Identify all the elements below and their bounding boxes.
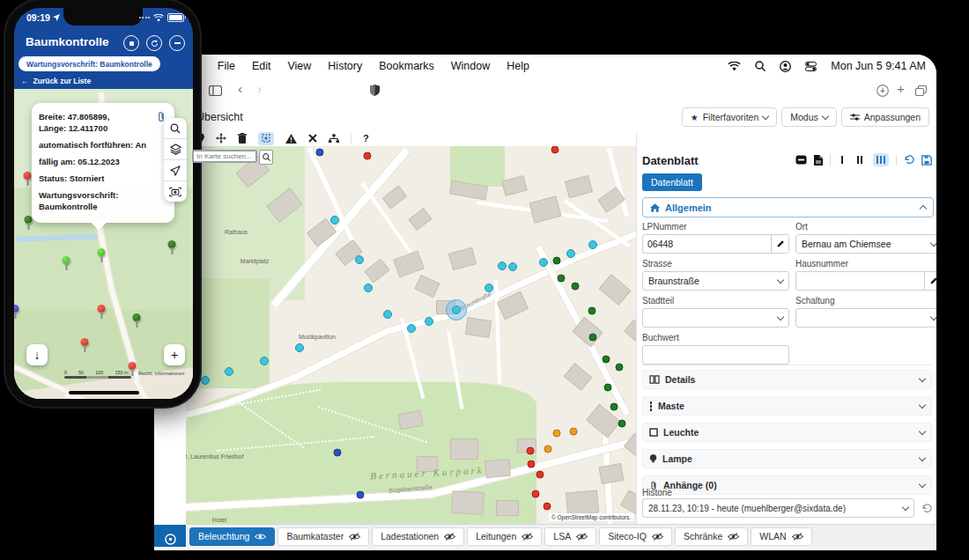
layout-1col-icon[interactable] — [838, 153, 847, 166]
tree-pin-red[interactable] — [129, 362, 137, 370]
map-marker-tree[interactable] — [616, 364, 624, 372]
lpnummer-input[interactable] — [643, 239, 771, 249]
collapse-panel-icon[interactable] — [795, 155, 807, 165]
accordion-leuchte[interactable]: Leuchte — [642, 423, 932, 442]
map-marker-cyan[interactable] — [260, 357, 269, 365]
layout-2col-icon[interactable] — [854, 153, 866, 166]
historie-select[interactable]: 28.11.23, 10:19 - heute (muehlberger@six… — [642, 498, 914, 518]
report-document-icon[interactable] — [814, 155, 823, 166]
edit-pencil-icon[interactable] — [924, 272, 936, 290]
stop-circle-icon[interactable] — [123, 35, 139, 51]
capture-icon[interactable] — [164, 181, 187, 202]
map-marker-tree[interactable] — [603, 356, 610, 364]
tree-pin-red[interactable] — [81, 338, 89, 346]
tab-overview-icon[interactable] — [915, 85, 927, 97]
modus-button[interactable]: Modus — [781, 107, 837, 127]
save-icon[interactable] — [921, 155, 932, 166]
menu-view[interactable]: View — [287, 60, 311, 72]
home-indicator[interactable] — [69, 391, 139, 395]
map-marker-cyan[interactable] — [539, 258, 548, 267]
map-marker-tree[interactable] — [553, 257, 561, 265]
legal-link[interactable]: Rechtl. Informationen — [138, 371, 184, 376]
map-marker-orange[interactable] — [544, 446, 552, 453]
download-list-button[interactable]: ↓ — [26, 344, 48, 365]
map-marker-cyan[interactable] — [225, 367, 233, 376]
map-marker-cyan[interactable] — [588, 240, 597, 249]
layout-3col-icon[interactable] — [873, 153, 889, 166]
map-marker-red[interactable] — [536, 471, 544, 479]
tree-pin-red[interactable] — [24, 172, 32, 180]
map-marker-cyan[interactable] — [295, 343, 304, 352]
buchwert-input[interactable] — [643, 350, 788, 360]
spotlight-search-icon[interactable] — [755, 61, 766, 71]
sitemap-tool-icon[interactable] — [329, 134, 339, 144]
select-region-icon[interactable] — [258, 132, 274, 145]
map-marker-red[interactable] — [364, 152, 372, 160]
move-tool-icon[interactable] — [216, 133, 226, 144]
tab-ladestationen[interactable]: Ladestationen — [372, 527, 464, 546]
menubar-clock[interactable]: Mon Jun 5 9:41 AM — [831, 60, 926, 72]
tree-pin-red[interactable] — [98, 305, 106, 313]
download-icon[interactable] — [877, 85, 889, 97]
map-marker-tree[interactable] — [589, 334, 597, 342]
help-button[interactable]: ? — [363, 133, 369, 144]
phone-map[interactable]: Breite: 47.805899, Länge: 12.411700 auto… — [14, 89, 193, 399]
map-marker-blue[interactable] — [316, 149, 324, 157]
map-attribution[interactable]: © OpenStreetMap contributors. — [549, 513, 633, 521]
tab-beleuchtung[interactable]: Beleuchtung — [189, 527, 275, 546]
map-marker-tree[interactable] — [572, 283, 580, 291]
menu-history[interactable]: History — [328, 60, 362, 72]
tree-pin-dgreen[interactable] — [168, 240, 176, 248]
delete-tool-icon[interactable] — [238, 133, 247, 144]
menu-bookmarks[interactable]: Bookmarks — [379, 60, 434, 72]
tab-schraenke[interactable]: Schränke — [675, 527, 748, 546]
menu-window[interactable]: Window — [451, 60, 490, 72]
map-marker-cyan[interactable] — [425, 317, 433, 326]
menu-edit[interactable]: Edit — [252, 60, 271, 72]
stadtteil-select[interactable] — [642, 308, 789, 328]
map-marker-tree[interactable] — [588, 307, 596, 315]
new-tab-button[interactable]: + — [897, 81, 905, 96]
status-circle-icon[interactable] — [165, 534, 176, 545]
map-marker-red[interactable] — [528, 461, 536, 468]
layers-icon[interactable] — [164, 139, 187, 160]
map-marker-cyan[interactable] — [201, 376, 210, 385]
user-menu-icon[interactable] — [780, 61, 791, 72]
accordion-lampe[interactable]: Lampe — [642, 449, 932, 468]
tree-pin-lgreen[interactable] — [63, 256, 70, 264]
tree-info-card[interactable]: Breite: 47.805899, Länge: 12.411700 auto… — [32, 103, 174, 223]
accordion-details[interactable]: Details — [642, 370, 932, 389]
map-marker-cyan[interactable] — [498, 262, 507, 270]
map-marker-red[interactable] — [527, 447, 535, 455]
map-marker-red[interactable] — [551, 146, 559, 154]
accordion-anhaenge[interactable]: Anhänge (0) — [642, 475, 932, 495]
map-marker-cyan[interactable] — [484, 284, 493, 292]
tab-baumkataster[interactable]: Baumkataster — [277, 527, 369, 546]
map-marker-sel[interactable] — [446, 299, 467, 321]
map-marker-cyan[interactable] — [355, 255, 364, 264]
historie-undo-icon[interactable] — [921, 504, 932, 513]
map-marker-cyan[interactable] — [383, 310, 392, 319]
control-center-icon[interactable] — [805, 62, 817, 71]
anpassungen-button[interactable]: Anpassungen — [841, 107, 929, 127]
map-marker-orange[interactable] — [553, 430, 561, 438]
back-button[interactable]: ‹ — [238, 81, 242, 96]
accordion-maste[interactable]: Maste — [642, 396, 932, 416]
map-marker-tree[interactable] — [618, 420, 626, 428]
map-marker-tree[interactable] — [558, 275, 566, 283]
edit-pencil-icon[interactable] — [771, 235, 788, 253]
back-to-list-button[interactable]: ← Zurück zur Liste — [21, 77, 91, 85]
tab-siteco-iq[interactable]: Siteco-IQ — [599, 527, 672, 546]
minus-circle-icon[interactable] — [169, 35, 185, 51]
forward-button[interactable]: › — [257, 81, 262, 96]
map-marker-orange[interactable] — [570, 428, 578, 436]
map-marker-tree[interactable] — [610, 403, 618, 411]
phone-search-icon[interactable] — [164, 118, 187, 139]
hausnummer-input[interactable] — [796, 276, 924, 286]
refresh-circle-icon[interactable] — [146, 35, 162, 51]
tree-pin-dgreen[interactable] — [25, 216, 33, 224]
map-marker-blue[interactable] — [357, 491, 365, 499]
sidebar-toggle-icon[interactable] — [209, 85, 222, 96]
menu-file[interactable]: File — [218, 60, 235, 72]
tab-leitungen[interactable]: Leitungen — [467, 527, 542, 546]
